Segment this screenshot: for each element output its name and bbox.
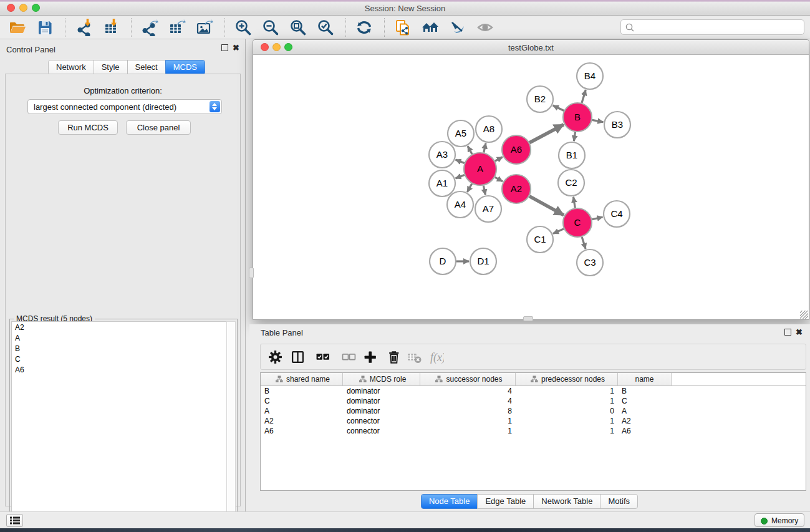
open-session-icon[interactable] [9,19,26,36]
network-window-titlebar[interactable]: testGlobe.txt [253,40,809,55]
node-label-C4: C4 [610,208,622,219]
memory-button[interactable]: Memory [755,513,804,527]
export-network-icon[interactable] [141,19,158,36]
node-label-B: B [574,112,581,122]
network-horizontal-scrollbar[interactable] [523,316,533,321]
edge-A-A3[interactable] [456,160,465,163]
import-network-icon[interactable] [75,19,92,36]
mcds-result-list[interactable]: A2ABCA6 [11,321,227,531]
column-header-MCDS-role[interactable]: MCDS role [343,373,420,385]
mcds-panel: Optimization criterion: largest connecte… [5,74,241,506]
tab-node-table[interactable]: Node Table [421,494,478,509]
edge-C-C3[interactable] [582,237,586,249]
run-mcds-button[interactable]: Run MCDS [58,120,118,135]
table-cell: dominator [343,406,420,416]
node-label-C2: C2 [565,177,577,188]
result-list-item[interactable]: A [12,332,226,343]
show-hide-graphics-icon[interactable] [449,19,466,36]
table-row[interactable]: Cdominator41C [261,396,806,406]
table-row[interactable]: A2connector11A2 [261,416,806,426]
result-list-item[interactable]: A6 [12,364,226,375]
table-row[interactable]: Adominator80A [261,406,806,416]
node-label-B3: B3 [612,119,623,130]
edge-B-B2[interactable] [553,105,564,111]
table-cell: connector [343,416,420,426]
float-table-panel-icon[interactable] [784,329,791,336]
edge-C-C4[interactable] [592,217,602,220]
export-image-icon[interactable] [196,19,213,36]
zoom-in-icon[interactable] [234,19,252,36]
edge-C-C2[interactable] [574,197,576,208]
close-panel-icon[interactable]: ✖ [233,44,239,51]
edge-A-A2[interactable] [495,177,503,181]
copy-style-icon[interactable] [394,19,412,36]
edge-A6-B[interactable] [529,125,564,143]
search-input[interactable] [620,19,804,35]
network-window-title: testGlobe.txt [253,43,809,52]
result-scrollbar[interactable] [226,321,236,531]
column-header-successor-nodes[interactable]: successor nodes [420,373,516,385]
edge-B-B3[interactable] [592,120,604,122]
tab-edge-table[interactable]: Edge Table [477,494,534,509]
add-column-icon[interactable] [363,350,378,365]
edge-A-A7[interactable] [483,185,485,195]
tab-style[interactable]: Style [94,60,128,75]
window-resize-grip[interactable] [800,311,808,319]
result-list-item[interactable]: A2 [12,322,226,332]
edge-A-A5[interactable] [468,146,472,154]
eye-icon[interactable] [476,19,494,36]
table-tabs: Node TableEdge TableNetwork TableMotifs [249,494,810,509]
table-row[interactable]: A6connector11A6 [261,426,806,436]
task-history-button[interactable] [6,514,23,527]
result-list-item[interactable]: B [12,343,226,354]
table-cell: 1 [420,416,516,426]
zoom-fit-icon[interactable] [289,19,307,36]
edge-C-C1[interactable] [553,229,564,234]
edge-A-A1[interactable] [456,175,465,178]
optimization-criterion-label: Optimization criterion: [6,86,240,95]
save-session-icon[interactable] [36,19,54,36]
table-settings-icon[interactable] [268,350,283,365]
result-list-item[interactable]: C [12,354,226,364]
tab-network-table[interactable]: Network Table [533,494,600,509]
svg-text:f(x): f(x) [430,351,444,364]
edge-A-A4[interactable] [467,184,472,192]
node-label-D1: D1 [477,256,489,266]
export-table-icon[interactable] [168,19,186,36]
close-table-panel-icon[interactable]: ✖ [796,329,803,336]
network-canvas[interactable]: B4B2BB3A5A8A6B1A3AA1C2A2A4A7C4CC1C3DD1 [253,55,809,319]
import-table-icon[interactable] [102,19,120,36]
deselect-all-icon[interactable] [342,350,357,365]
select-all-icon[interactable] [316,350,330,365]
tab-mcds[interactable]: MCDS [165,60,205,75]
zoom-selected-icon[interactable] [317,19,334,36]
main-toolbar [0,16,810,39]
node-label-A2: A2 [511,183,522,194]
edge-A2-C[interactable] [529,196,564,215]
float-panel-icon[interactable] [221,44,228,51]
close-panel-button[interactable]: Close panel [126,120,191,135]
column-header-predecessor-nodes[interactable]: predecessor nodes [516,373,618,385]
tab-motifs[interactable]: Motifs [600,494,638,509]
edge-B-B4[interactable] [582,90,586,103]
zoom-out-icon[interactable] [262,19,279,36]
edge-A-A8[interactable] [484,143,486,152]
edge-A-A6[interactable] [495,157,503,161]
node-label-A1: A1 [436,178,448,188]
table-header-row: shared name MCDS role successor nodes pr… [261,373,806,386]
network-vertical-scrollbar[interactable] [249,268,254,278]
toggle-panel-icon[interactable] [291,350,306,365]
node-label-A3: A3 [436,149,448,160]
table-row[interactable]: Bdominator41B [261,386,806,396]
refresh-icon[interactable] [355,19,373,36]
tab-select[interactable]: Select [127,60,166,75]
node-label-B4: B4 [584,70,595,81]
home-icon[interactable] [422,19,439,36]
delete-column-icon[interactable] [387,350,402,365]
edge-B-B1[interactable] [574,132,575,142]
tab-network[interactable]: Network [48,60,94,75]
column-header-name[interactable]: name [618,373,672,385]
optimization-criterion-select[interactable]: largest connected component (directed) [27,99,222,114]
table-cell: A2 [618,416,672,426]
column-header-shared-name[interactable]: shared name [261,373,343,385]
